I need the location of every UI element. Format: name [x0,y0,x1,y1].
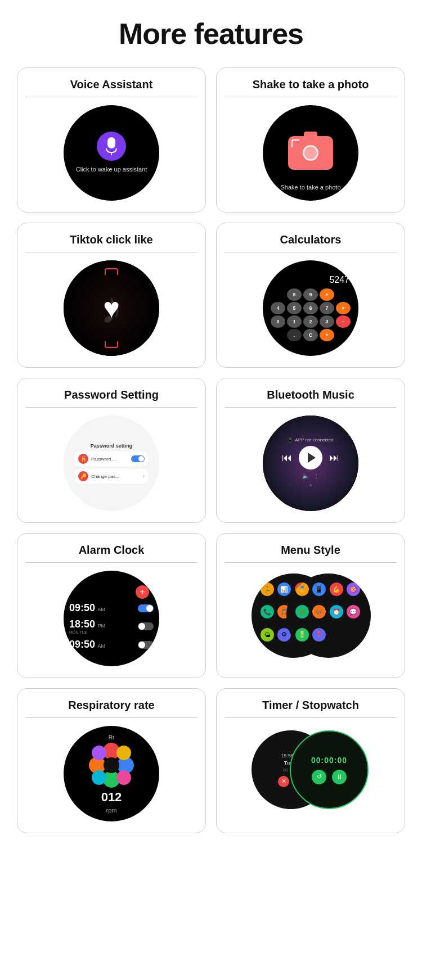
card-title-resp: Respiratory rate [25,699,197,718]
calc-btn-0[interactable]: 0 [271,315,285,328]
pwd-title-text: Password setting [91,443,133,449]
petal-tr [116,746,131,760]
card-calculators: Calculators 5247 8 9 + 4 5 6 7 × 0 [216,223,405,368]
alarm-toggle-3[interactable] [138,641,154,649]
calc-btn-dot[interactable]: . [287,329,302,341]
menu-icon-r2: 📱 [312,582,326,596]
pwd-label-2: Change pas... [91,474,140,479]
calc-row-3: 0 1 2 3 – [271,315,351,328]
calc-btn-orange-plus[interactable]: + [320,329,334,341]
alarm-bg: + 09:50 AM 18:50 PM MON TUE [64,571,159,666]
music-status: 📱 APP not connected [288,437,333,442]
mic-icon [97,132,126,161]
menu-icon-r6: 🎶 [312,605,326,618]
calc-row-1: 8 9 + [287,288,334,301]
petal-tl [92,746,106,760]
pwd-row-1: 🔓 Password ... [75,451,148,466]
petal-bl [92,770,106,785]
calc-btn-1[interactable]: 1 [287,315,302,328]
watch-screen-calc[interactable]: 5247 8 9 + 4 5 6 7 × 0 1 2 3 [263,260,358,356]
pwd-arrow-right: › [143,473,145,479]
music-vol-row: 🔈 ⋮ [302,473,319,479]
music-controls: ⏮ ⏭ [282,446,339,469]
calc-btn-9[interactable]: 9 [303,288,318,301]
alarm-row-3: 09:50 AM [69,638,154,652]
resp-value: 012 [101,790,122,805]
pwd-toggle-on[interactable] [131,455,145,462]
card-respiratory: Respiratory rate Rr 012 rpm [17,688,206,833]
watch-screen-tiktok[interactable]: ♪ ♥ [64,260,159,356]
calc-btn-7[interactable]: 7 [320,302,334,314]
pwd-row-2: 🔑 Change pas... › [75,469,148,484]
watch-screen-resp[interactable]: Rr 012 rpm [64,726,159,821]
card-title-password: Password Setting [25,389,197,408]
calc-row-4: . C + [287,329,334,341]
feature-grid: Voice Assistant Click to wake up assista… [17,67,405,833]
calc-btn-times[interactable]: × [336,302,351,314]
resp-unit: rpm [106,807,117,814]
stopwatch-circle-right[interactable]: 00:00:00 ↺ ⏸ [290,730,369,809]
tiktok-heart: ♥ [103,292,120,324]
calc-btn-6[interactable]: 6 [303,302,318,314]
timer-wrapper: 15:55:28 Timer 00 : 00 : ✕ ↺ 00:00:00 ↺ … [225,726,397,816]
watch-screen-alarm[interactable]: + 09:50 AM 18:50 PM MON TUE [64,571,159,666]
pwd-label-1: Password ... [91,457,128,462]
watch-circle-right[interactable]: 🏅 📱 💪 🎯 🌿 🎶 ⏰ 💬 🔋 📍 [286,573,371,658]
more-icon[interactable]: ⋮ [313,473,319,479]
volume-icon[interactable]: 🔈 [302,473,309,479]
stopwatch-pause-btn[interactable]: ⏸ [332,770,347,784]
flower-container [89,743,134,788]
resp-bg: Rr 012 rpm [64,726,159,821]
stopwatch-btns: ↺ ⏸ [312,770,347,784]
menu-icon-r9: 🔋 [295,628,309,642]
calc-btn-plus[interactable]: + [320,288,334,301]
next-button[interactable]: ⏭ [329,452,339,464]
card-title-music: Bluetooth Music [225,389,397,408]
play-icon [308,453,316,463]
flower-center [104,757,119,773]
alarm-time-1: 09:50 AM [69,602,135,614]
card-password: Password Setting Password setting 🔓 Pass… [17,378,206,523]
watch-screen-shake[interactable]: Shake to take a photo [263,105,358,201]
card-timer: Timer / Stopwatch 15:55:28 Timer 00 : 00… [216,688,405,833]
card-alarm: Alarm Clock + 09:50 AM 18:50 PM MON TUE [17,533,206,678]
calc-btn-clear[interactable]: C [303,329,318,341]
mic-symbol [105,137,118,155]
calc-number-display: 5247 [267,275,354,285]
play-button[interactable] [299,446,322,469]
menu-icon-9: 🌤 [261,628,274,642]
calc-btn-4[interactable]: 4 [271,302,285,314]
wake-text: Click to wake up assistant [76,165,147,174]
card-menu-style: Menu Style 🏃 📊 ❤ 💤 📞 🎵 ⏱ 🔔 🌤 ⚙ [216,533,405,678]
card-title-menu: Menu Style [225,544,397,563]
menu-icon-1: 🏃 [261,582,274,596]
alarm-time-2: 18:50 PM MON TUE [69,618,135,634]
watch-screen-music[interactable]: 📱 APP not connected ⏮ ⏭ 🔈 ⋮ ^ [263,416,358,511]
timer-cancel-btn[interactable]: ✕ [278,776,289,787]
alarm-row-1: 09:50 AM [69,601,154,615]
calc-btn-minus[interactable]: – [336,315,351,328]
card-title-tiktok: Tiktok click like [25,233,197,252]
alarm-add-button[interactable]: + [136,585,149,599]
voice-content: Click to wake up assistant [76,132,147,174]
stopwatch-reset-btn[interactable]: ↺ [312,770,326,784]
card-title-shake: Shake to take a photo [225,78,397,97]
menu-icon-r7: ⏰ [330,605,343,618]
menu-icon-r4: 🎯 [347,582,360,596]
card-title-calc: Calculators [225,233,397,252]
calc-btn-8[interactable]: 8 [287,288,302,301]
calc-btn-3[interactable]: 3 [320,315,334,328]
shake-text: Shake to take a photo [280,184,340,191]
alarm-toggle-2[interactable] [138,622,154,630]
timer-container: 15:55:28 Timer 00 : 00 : ✕ ↺ 00:00:00 ↺ … [252,726,370,816]
watch-screen-password[interactable]: Password setting 🔓 Password ... 🔑 Change… [64,416,159,511]
calc-btn-5[interactable]: 5 [287,302,302,314]
stopwatch-display: 00:00:00 [311,756,347,765]
prev-button[interactable]: ⏮ [282,452,292,464]
calc-btn-2[interactable]: 2 [303,315,318,328]
watch-screen-voice[interactable]: Click to wake up assistant [64,105,159,201]
card-title-voice: Voice Assistant [25,78,197,97]
tiktok-bg: ♪ ♥ [64,260,159,356]
alarm-toggle-1[interactable] [138,604,154,612]
card-tiktok: Tiktok click like ♪ ♥ [17,223,206,368]
